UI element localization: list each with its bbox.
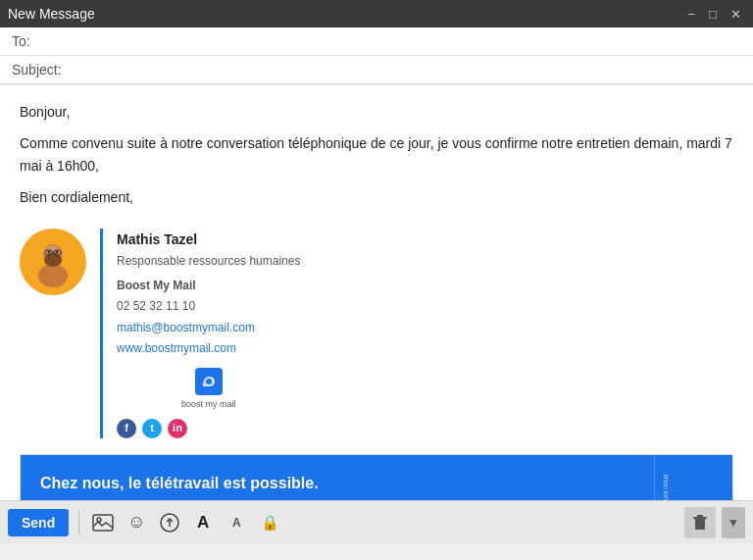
sig-logo: boost my mail (117, 368, 300, 411)
toolbar-separator (78, 511, 79, 535)
sig-website: www.boostmymail.com (117, 339, 300, 358)
avatar (20, 229, 86, 295)
sig-email: mathis@boostmymail.com (117, 319, 300, 337)
compose-body[interactable]: Bonjour, Comme convenu suite à notre con… (0, 85, 753, 500)
close-button[interactable]: ✕ (727, 5, 745, 24)
font-small-icon[interactable]: A (223, 509, 250, 536)
banner-bold: Chez nous, le télétravail est possible. (40, 471, 634, 496)
instagram-icon[interactable]: in (168, 419, 187, 438)
banner-side: *https://travail-emploi.gouv.fr/actualit… (654, 455, 732, 500)
body-line1: Comme convenu suite à notre conversation… (20, 132, 733, 177)
window-controls: − □ ✕ (684, 5, 745, 24)
minimize-button[interactable]: − (684, 5, 700, 24)
sig-company: Boost My Mail (117, 277, 300, 295)
closing: Bien cordialement, (20, 186, 733, 208)
greeting: Bonjour, (20, 101, 733, 123)
delete-button[interactable] (684, 507, 716, 538)
svg-rect-15 (697, 515, 703, 518)
to-input[interactable] (75, 33, 741, 49)
upload-icon[interactable] (156, 509, 183, 536)
svg-point-6 (56, 250, 59, 253)
lock-icon[interactable]: 🔒 (256, 509, 283, 536)
signature-info: Mathis Tazel Responsable ressources huma… (117, 229, 300, 439)
sig-phone: 02 52 32 11 10 (117, 297, 300, 316)
to-row: To: (0, 27, 753, 56)
facebook-icon[interactable]: f (117, 419, 136, 438)
compose-toolbar: Send ☺ A A 🔒 ▼ (0, 500, 753, 543)
sig-logo-text: boost my mail (181, 397, 236, 411)
twitter-icon[interactable]: t (142, 419, 162, 438)
send-button[interactable]: Send (8, 509, 69, 536)
subject-row: Subject: (0, 56, 753, 84)
title-bar: New Message − □ ✕ (0, 0, 753, 27)
subject-label: Subject: (12, 62, 71, 77)
svg-point-5 (48, 250, 51, 253)
banner-main: Chez nous, le télétravail est possible. … (21, 455, 654, 500)
promo-banner: Chez nous, le télétravail est possible. … (20, 454, 733, 500)
logo-icon (195, 368, 223, 395)
sig-name: Mathis Tazel (117, 229, 300, 250)
sig-social: f t in (117, 419, 300, 438)
sig-title: Responsable ressources humaines (117, 252, 300, 271)
banner-side-text: *https://travail-emploi.gouv.fr/actualit… (661, 463, 680, 500)
to-label: To: (12, 33, 71, 49)
svg-point-10 (206, 379, 212, 384)
image-icon[interactable] (89, 509, 117, 536)
window-title: New Message (8, 6, 95, 22)
header-fields: To: Subject: (0, 27, 753, 85)
email-signature: Mathis Tazel Responsable ressources huma… (20, 229, 733, 439)
emoji-icon[interactable]: ☺ (123, 509, 150, 536)
signature-divider (100, 229, 103, 439)
font-large-icon[interactable]: A (189, 509, 217, 536)
subject-input[interactable] (75, 62, 741, 77)
more-options-button[interactable]: ▼ (722, 507, 745, 538)
svg-point-2 (38, 264, 68, 287)
maximize-button[interactable]: □ (705, 5, 721, 24)
